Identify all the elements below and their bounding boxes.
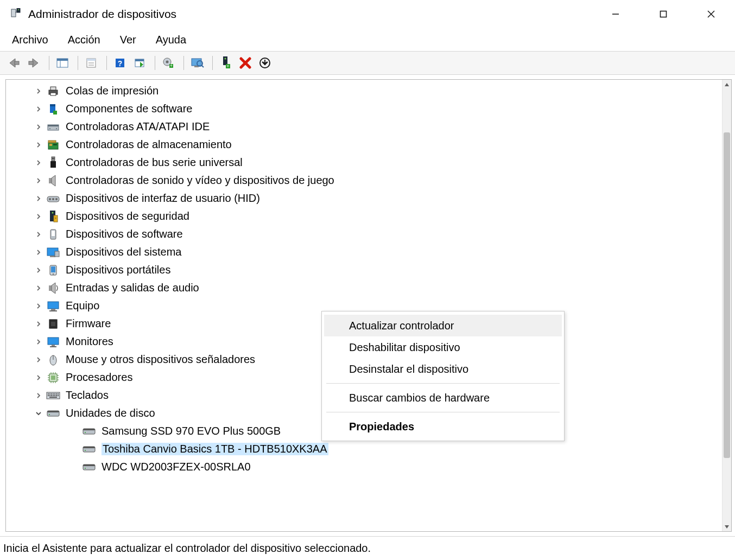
maximize-button[interactable] — [639, 0, 687, 28]
scrollbar-track[interactable] — [723, 89, 731, 522]
expand-icon[interactable] — [33, 265, 44, 276]
tree-node[interactable]: Entradas y salidas de audio — [6, 279, 731, 297]
menu-archivo[interactable]: Archivo — [10, 31, 50, 48]
svg-rect-0 — [11, 9, 16, 17]
svg-rect-74 — [51, 309, 55, 310]
scroll-down-arrow[interactable] — [723, 522, 731, 531]
expand-icon[interactable] — [33, 86, 44, 97]
scan-hardware-button[interactable] — [188, 54, 206, 72]
context-menu-item[interactable]: Buscar cambios de hardware — [324, 387, 562, 409]
portable-device-icon — [46, 263, 60, 277]
expand-icon[interactable] — [33, 283, 44, 294]
expand-icon[interactable] — [33, 336, 44, 347]
disk-icon — [46, 406, 60, 421]
tree-node[interactable]: Dispositivos portátiles — [6, 261, 731, 279]
svg-rect-118 — [83, 429, 95, 430]
tree-node[interactable]: Controladoras de bus serie universal — [6, 154, 731, 171]
expand-icon[interactable] — [33, 193, 44, 204]
action-button[interactable] — [131, 54, 148, 72]
svg-rect-53 — [52, 158, 53, 159]
properties-button[interactable] — [83, 54, 100, 72]
close-button[interactable] — [687, 0, 735, 28]
collapse-icon[interactable] — [33, 408, 44, 419]
context-menu-item[interactable]: Actualizar controlador — [324, 315, 562, 336]
forward-button[interactable] — [25, 54, 42, 72]
toolbar-separator — [183, 56, 184, 70]
tree-node-label: Dispositivos del sistema — [66, 246, 181, 258]
printer-icon — [46, 84, 60, 98]
app-icon — [10, 8, 23, 21]
expand-icon[interactable] — [33, 175, 44, 186]
tree-node[interactable]: WDC WD2003FZEX-00SRLA0 — [6, 458, 731, 476]
tree-node[interactable]: Controladoras ATA/ATAPI IDE — [6, 118, 731, 136]
svg-rect-49 — [53, 144, 57, 145]
context-menu-item[interactable]: Deshabilitar dispositivo — [324, 336, 562, 358]
processor-icon — [46, 371, 60, 385]
software-component-icon — [46, 102, 60, 116]
expand-icon[interactable] — [33, 372, 44, 383]
expand-icon[interactable] — [33, 122, 44, 132]
tree-node[interactable]: Dispositivos del sistema — [6, 243, 731, 261]
svg-line-28 — [201, 65, 204, 67]
tree-node[interactable]: Dispositivos de software — [6, 225, 731, 243]
svg-rect-105 — [58, 393, 59, 394]
tree-node-label: Dispositivos portátiles — [66, 264, 170, 276]
svg-rect-54 — [54, 158, 55, 159]
svg-rect-100 — [49, 393, 50, 394]
svg-rect-75 — [49, 310, 57, 311]
tree-node[interactable]: Dispositivos de seguridad — [6, 207, 731, 225]
menu-ayuda[interactable]: Ayuda — [154, 31, 188, 48]
tree-node-label: Controladoras de bus serie universal — [66, 156, 243, 169]
expand-icon[interactable] — [33, 104, 44, 114]
uninstall-device-button[interactable] — [237, 54, 254, 72]
svg-point-57 — [49, 198, 51, 200]
svg-point-119 — [85, 432, 86, 433]
expand-icon[interactable] — [33, 319, 44, 329]
svg-rect-109 — [53, 395, 54, 396]
back-button[interactable] — [5, 54, 23, 72]
svg-point-61 — [52, 212, 54, 213]
enable-device-button[interactable]: + — [217, 54, 235, 72]
expand-icon[interactable] — [33, 390, 44, 401]
svg-rect-52 — [50, 161, 56, 168]
tree-node[interactable]: Dispositivos de interfaz de usuario (HID… — [6, 189, 731, 207]
menu-accion[interactable]: Acción — [66, 31, 103, 48]
expand-icon[interactable] — [33, 301, 44, 311]
scrollbar-thumb[interactable] — [724, 132, 730, 458]
svg-rect-110 — [54, 395, 55, 396]
tree-node[interactable]: Toshiba Canvio Basics 1TB - HDTB510XK3AA — [6, 440, 731, 458]
svg-rect-50 — [48, 141, 56, 143]
expand-icon[interactable] — [33, 157, 44, 168]
expand-icon[interactable] — [33, 211, 44, 222]
monitor-icon — [46, 335, 60, 349]
tree-node[interactable]: Colas de impresión — [6, 82, 731, 100]
vertical-scrollbar[interactable] — [722, 80, 731, 531]
context-menu-item[interactable]: Desinstalar el dispositivo — [324, 358, 562, 380]
expand-icon[interactable] — [33, 247, 44, 258]
svg-rect-38 — [50, 87, 56, 90]
expand-icon[interactable] — [33, 354, 44, 365]
expand-icon[interactable] — [33, 139, 44, 150]
toolbar: ? + + — [0, 51, 735, 75]
svg-rect-44 — [48, 125, 59, 126]
svg-rect-103 — [54, 393, 55, 394]
help-button[interactable]: ? — [111, 54, 129, 72]
disable-device-button[interactable] — [256, 54, 274, 72]
toolbar-separator — [155, 56, 155, 70]
tree-node-label: Componentes de software — [66, 103, 192, 115]
tree-node[interactable]: Controladoras de sonido y vídeo y dispos… — [6, 171, 731, 189]
tree-node[interactable]: Controladoras de almacenamiento — [6, 136, 731, 154]
context-menu-item[interactable]: Propiedades — [324, 416, 562, 437]
update-driver-button[interactable]: + — [160, 54, 177, 72]
svg-rect-121 — [83, 447, 95, 448]
tree-node[interactable]: Componentes de software — [6, 100, 731, 118]
firmware-icon — [46, 317, 60, 331]
menu-ver[interactable]: Ver — [118, 31, 138, 48]
minimize-button[interactable] — [592, 0, 639, 28]
expand-icon[interactable] — [33, 229, 44, 240]
svg-rect-42 — [53, 111, 57, 114]
show-hide-console-tree-button[interactable] — [54, 54, 71, 72]
scroll-up-arrow[interactable] — [723, 80, 731, 89]
tree-node-label: Firmware — [66, 317, 111, 330]
svg-point-30 — [225, 58, 226, 60]
